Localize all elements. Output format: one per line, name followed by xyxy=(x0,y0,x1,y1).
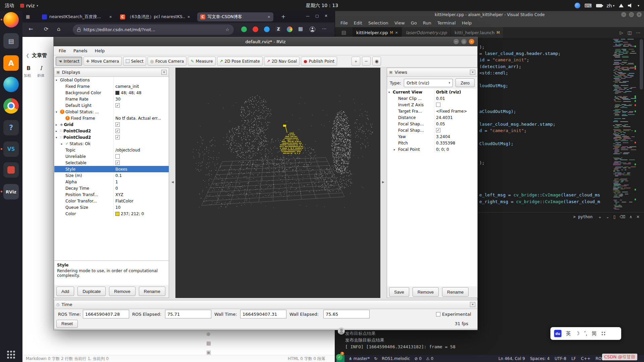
editor-action-icon[interactable]: ▷ xyxy=(620,30,623,35)
browser-tab-3[interactable]: C写文章-CSDN博客✕ xyxy=(197,12,273,21)
property-row[interactable]: Focal Shap...✓ xyxy=(387,127,477,133)
browser-status-icon[interactable] xyxy=(575,3,580,8)
property-row[interactable]: Position Transf...XYZ xyxy=(54,191,169,198)
back-icon[interactable]: ← xyxy=(29,26,33,32)
property-value[interactable] xyxy=(113,109,169,115)
property-value[interactable]: No tf data. Actual err... xyxy=(113,115,169,121)
menu-selection[interactable]: Selection xyxy=(366,20,391,26)
dock-item-files[interactable]: ▤ xyxy=(3,33,19,49)
rename-button[interactable]: Rename xyxy=(442,287,469,297)
tool-2d-pose-estimate[interactable]: ↗2D Pose Estimate xyxy=(217,57,263,66)
bookmark-star-icon[interactable]: ☆ xyxy=(225,27,229,32)
property-row[interactable]: ▸◈Grid✓ xyxy=(54,121,169,128)
property-row[interactable]: Topic/objectcloud xyxy=(54,147,169,153)
expand-arrow[interactable]: ▾ xyxy=(388,90,393,94)
property-row[interactable]: ▾!Global Status: ... xyxy=(54,109,169,115)
property-value[interactable]: ✓ xyxy=(113,102,169,109)
editor-tool-icon[interactable]: ▦ xyxy=(206,340,211,346)
menu-view[interactable]: View xyxy=(392,20,408,26)
property-value[interactable]: 0 xyxy=(113,185,169,191)
property-row[interactable]: ▾Global Options xyxy=(54,77,169,83)
property-value[interactable]: 30 xyxy=(113,96,169,102)
browser-tab-2[interactable]: C（63条消息）pcl nearestKS...✕ xyxy=(117,12,193,21)
editor-tool-icon[interactable]: ▣ xyxy=(206,349,211,355)
input-method-bar[interactable]: du英☽’,简 xyxy=(550,327,621,340)
property-row[interactable]: Color237; 212; 0 xyxy=(54,210,169,217)
property-value[interactable]: 3.2404 xyxy=(434,133,477,140)
menu-panels[interactable]: Panels xyxy=(70,48,91,54)
menu-terminal[interactable]: Terminal xyxy=(435,20,459,26)
expand-arrow[interactable]: ▸ xyxy=(394,148,398,151)
extension-z-icon[interactable]: Z xyxy=(275,26,281,32)
property-value[interactable]: Orbit (rviz) xyxy=(434,89,477,95)
ros-time--input[interactable]: 1664590407.28 xyxy=(83,310,129,318)
italic-button[interactable]: I xyxy=(40,65,42,71)
property-row[interactable]: Decay Time0 xyxy=(54,185,169,191)
editor-action-icon[interactable]: ⋯ xyxy=(636,30,640,35)
property-row[interactable]: Default Light✓ xyxy=(54,102,169,109)
close-icon[interactable]: ✕ xyxy=(637,12,642,17)
minimize-icon[interactable]: — xyxy=(453,39,459,44)
url-bar[interactable]: https://editor.csdn.net/md/?not... ☆ xyxy=(73,24,234,35)
property-value[interactable]: 48; 48; 48 xyxy=(113,89,169,96)
editor-action-icon[interactable]: ◫ xyxy=(628,30,632,35)
panel-action-icon[interactable]: ⌄ xyxy=(606,215,609,220)
tool-publish-point[interactable]: ●Publish Point xyxy=(301,57,337,66)
focused-app-menu[interactable]: rviz ▾ xyxy=(20,3,38,8)
views-close-icon[interactable]: ✕ xyxy=(470,70,475,75)
editor-tab-kitti-helper-launch[interactable]: kitti_helper.launchM xyxy=(451,27,504,38)
tool-interact[interactable]: ☚Interact xyxy=(56,57,82,66)
extension-pinwheel-icon[interactable] xyxy=(287,26,292,32)
dock-item-edge[interactable] xyxy=(3,77,19,92)
property-row[interactable]: ▸Focal Point0; 0; 0 xyxy=(387,146,477,153)
view-tool-icon[interactable]: ◉ xyxy=(372,57,381,66)
csdn-check-badge[interactable]: ✓ 1 xyxy=(336,354,342,360)
zero-button[interactable]: Zero xyxy=(455,78,475,87)
terminal-output[interactable]: 发布目标点结果发布去除目标点结果[ INFO] [1664590406.3244… xyxy=(345,330,455,350)
language-indicator[interactable]: zh ▾ xyxy=(606,3,614,8)
property-row[interactable]: StyleBoxes xyxy=(54,166,169,172)
property-row[interactable]: Target Fra...<Fixed Frame> xyxy=(387,108,477,114)
property-value[interactable]: camera_init xyxy=(113,83,169,89)
ime-en[interactable]: 英 xyxy=(566,330,571,337)
property-row[interactable]: Background Color48; 48; 48 xyxy=(54,89,169,96)
property-value[interactable]: ✓ xyxy=(113,134,169,140)
rename-button[interactable]: Rename xyxy=(139,287,165,296)
extension-blue-icon[interactable] xyxy=(264,26,270,32)
property-value[interactable]: 0.335398 xyxy=(434,140,477,146)
ime-logo-icon[interactable]: du xyxy=(554,330,561,337)
menu-file[interactable]: File xyxy=(56,48,69,54)
close-icon[interactable]: ✕ xyxy=(469,39,474,44)
property-value[interactable]: XYZ xyxy=(113,191,169,198)
property-row[interactable]: Selectable✓ xyxy=(54,160,169,166)
views-panel-title[interactable]: ▣ Views ✕ xyxy=(387,68,477,77)
keyboard-icon[interactable]: ⌨ xyxy=(585,3,592,9)
property-value[interactable]: 0; 0; 0 xyxy=(434,146,477,153)
close-icon[interactable]: ✕ xyxy=(187,15,190,19)
menu-edit[interactable]: Edit xyxy=(351,20,365,26)
property-row[interactable]: ▾Current ViewOrbit (rviz) xyxy=(387,89,477,95)
network-icon[interactable] xyxy=(619,4,624,7)
property-row[interactable]: Queue Size10 xyxy=(54,204,169,210)
dock-item-apps[interactable] xyxy=(3,347,19,362)
property-value[interactable]: 0.05 xyxy=(434,121,477,127)
expand-arrow[interactable]: ▸ xyxy=(56,123,60,126)
property-value[interactable]: /objectcloud xyxy=(113,147,169,153)
terminal-shell-label[interactable]: > python xyxy=(573,215,593,219)
property-value[interactable]: ✓ xyxy=(113,121,169,128)
time-panel-title[interactable]: ◷ Time ✕ xyxy=(54,300,477,309)
panel-action-icon[interactable]: ▯ xyxy=(613,215,616,220)
tool-select[interactable]: Select xyxy=(123,57,146,66)
statusbar-item-ln-464-col-9[interactable]: Ln 464, Col 9 xyxy=(498,356,525,361)
property-value[interactable]: ✓ xyxy=(434,127,477,133)
rviz-3d-viewport[interactable] xyxy=(175,68,380,298)
close-icon[interactable]: ✕ xyxy=(324,14,327,18)
property-row[interactable]: Yaw3.2404 xyxy=(387,133,477,140)
account-icon[interactable] xyxy=(310,26,315,32)
expand-arrow[interactable]: ▾ xyxy=(56,136,60,139)
menu-help[interactable]: Help xyxy=(92,48,108,54)
article-manager-link[interactable]: 文章管 xyxy=(32,52,47,59)
remove-button[interactable]: Remove xyxy=(413,287,439,297)
statusbar-item[interactable]: ROS1.melodic xyxy=(382,356,410,361)
collapse-right-icon[interactable]: ▶ xyxy=(382,180,384,184)
